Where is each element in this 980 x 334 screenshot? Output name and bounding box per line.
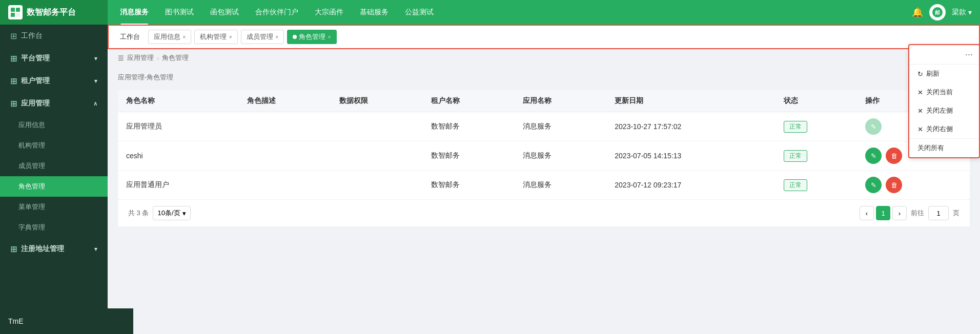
delete-button-row2[interactable]: 🗑 <box>886 177 902 193</box>
tab-label: 应用信息 <box>154 32 180 41</box>
sidebar-item-member-mgmt[interactable]: 成员管理 <box>0 156 108 176</box>
total-text: 共 3 条 <box>128 208 149 218</box>
col-tenant: 租户名称 <box>423 90 515 112</box>
per-page-select[interactable]: 10条/页 ▾ <box>153 206 190 220</box>
cell-status: 正常 <box>775 171 857 200</box>
nav-item-public[interactable]: 公益测试 <box>397 0 442 25</box>
svg-rect-2 <box>11 13 15 17</box>
dropdown-item-label: 关闭左侧 <box>926 106 953 115</box>
sidebar-item-label: 平台管理 <box>21 54 50 63</box>
nav-item-bulk[interactable]: 大宗函件 <box>307 0 352 25</box>
svg-text:邮: 邮 <box>935 10 940 15</box>
page-1-btn[interactable]: 1 <box>876 206 890 220</box>
sidebar-item-app-info[interactable]: 应用信息 <box>0 115 108 135</box>
sidebar-item-platform[interactable]: ⊞ 平台管理 ▾ <box>0 47 108 70</box>
bottom-bar: TmE <box>0 308 133 334</box>
sidebar-item-tenant[interactable]: ⊞ 租户管理 ▾ <box>0 70 108 92</box>
content-area: 工作台 应用信息 × 机构管理 × 成员管理 × 角色管理 × ☰ 应用 <box>108 25 980 334</box>
dropdown-close-right[interactable]: ✕ 关闭右侧 <box>909 120 979 138</box>
tab-workbench[interactable]: 工作台 <box>115 30 145 44</box>
page-subtitle: 应用管理-角色管理 <box>118 73 970 82</box>
nav-item-msg[interactable]: 消息服务 <box>112 0 157 25</box>
top-nav-items: 消息服务 图书测试 函包测试 合作伙伴门户 大宗函件 基础服务 公益测试 <box>108 0 912 25</box>
sidebar-item-label: 注册地址管理 <box>21 244 64 254</box>
cell-tenant: 数智邮务 <box>423 141 515 171</box>
app-mgmt-arrow: ∧ <box>93 100 97 107</box>
dropdown-item-label: 关闭所有 <box>917 143 944 153</box>
cell-data-perm <box>331 171 423 200</box>
dropdown-refresh[interactable]: ↻ 刷新 <box>909 65 979 83</box>
pagination-bar: 共 3 条 10条/页 ▾ ‹ 1 › 前往 页 <box>118 199 970 226</box>
dropdown-item-label: 关闭当前 <box>926 88 953 97</box>
sidebar-item-dict-mgmt[interactable]: 字典管理 <box>0 217 108 238</box>
edit-button-row2[interactable]: ✎ <box>865 177 882 193</box>
sidebar-item-workbench[interactable]: ⊞ 工作台 <box>0 25 108 47</box>
sidebar-item-app-mgmt[interactable]: ⊞ 应用管理 ∧ <box>0 92 108 115</box>
tab-org-mgmt[interactable]: 机构管理 × <box>194 30 237 44</box>
tab-close-role-mgmt[interactable]: × <box>328 34 331 40</box>
cell-app-name: 消息服务 <box>515 112 606 141</box>
nav-right: 🔔 邮 梁款 ▾ <box>912 4 980 20</box>
cell-app-name: 消息服务 <box>515 141 606 171</box>
page-content: 应用管理-角色管理 角色名称 角色描述 数据权限 租户名称 应用名称 更新日期 … <box>108 67 980 334</box>
workbench-icon: ⊞ <box>10 31 17 41</box>
tab-label: 机构管理 <box>200 32 227 41</box>
breadcrumb-item-2[interactable]: 角色管理 <box>162 53 189 62</box>
cell-status: 正常 <box>775 141 857 171</box>
next-page-btn[interactable]: › <box>892 206 907 220</box>
tab-close-app-info[interactable]: × <box>182 34 186 40</box>
dropdown-close-all[interactable]: 关闭所有 <box>909 139 979 157</box>
sidebar-item-org-mgmt[interactable]: 机构管理 <box>0 135 108 156</box>
goto-input[interactable] <box>928 206 949 220</box>
delete-button-row1[interactable]: 🗑 <box>886 148 902 164</box>
nav-item-book[interactable]: 图书测试 <box>157 0 202 25</box>
breadcrumb: ☰ 应用管理 › 角色管理 <box>108 49 980 67</box>
status-badge: 正常 <box>784 150 807 162</box>
svg-rect-1 <box>16 8 20 12</box>
tab-role-mgmt[interactable]: 角色管理 × <box>287 30 336 44</box>
sidebar-item-address[interactable]: ⊞ 注册地址管理 ▾ <box>0 238 108 260</box>
nav-item-parcel[interactable]: 函包测试 <box>202 0 247 25</box>
edit-button-row0[interactable]: ✎ <box>865 118 882 135</box>
status-badge: 正常 <box>784 179 807 191</box>
nav-item-basic[interactable]: 基础服务 <box>352 0 397 25</box>
tab-active-dot <box>293 35 297 39</box>
tenant-arrow: ▾ <box>94 78 97 85</box>
logo-icon <box>8 5 23 19</box>
sidebar-item-menu-mgmt[interactable]: 菜单管理 <box>0 197 108 217</box>
user-dropdown-arrow: ▾ <box>968 8 972 16</box>
col-app-name: 应用名称 <box>515 90 606 112</box>
col-role-name: 角色名称 <box>118 90 239 112</box>
edit-button-row1[interactable]: ✎ <box>865 148 882 164</box>
bell-icon[interactable]: 🔔 <box>912 7 923 18</box>
sidebar-item-label: 字典管理 <box>18 223 45 232</box>
prev-page-btn[interactable]: ‹ <box>860 206 874 220</box>
cell-tenant: 数智邮务 <box>423 171 515 200</box>
goto-label: 前往 <box>911 208 924 218</box>
dropdown-item-label: 刷新 <box>926 69 940 78</box>
sidebar-item-label: 应用信息 <box>18 120 45 130</box>
close-right-icon: ✕ <box>917 126 923 133</box>
user-menu[interactable]: 梁款 ▾ <box>952 8 972 17</box>
sidebar-item-role-mgmt[interactable]: 角色管理 <box>0 176 108 197</box>
tab-close-member-mgmt[interactable]: × <box>275 34 278 40</box>
sidebar-item-label: 应用管理 <box>21 99 50 108</box>
sidebar-item-label: 成员管理 <box>18 161 45 171</box>
tab-label: 工作台 <box>120 32 140 41</box>
sidebar-item-label: 机构管理 <box>18 141 45 150</box>
platform-arrow: ▾ <box>94 55 97 62</box>
nav-item-partner[interactable]: 合作伙伴门户 <box>247 0 307 25</box>
tab-app-info[interactable]: 应用信息 × <box>148 30 191 44</box>
cell-status: 正常 <box>775 112 857 141</box>
dropdown-panel: ··· ↻ 刷新 ✕ 关闭当前 ✕ 关闭左侧 ✕ 关闭右侧 关闭所有 <box>908 44 980 158</box>
cell-data-perm <box>331 141 423 171</box>
dropdown-close-left[interactable]: ✕ 关闭左侧 <box>909 101 979 120</box>
dropdown-close-current[interactable]: ✕ 关闭当前 <box>909 83 979 101</box>
tab-close-org-mgmt[interactable]: × <box>229 34 232 40</box>
col-status: 状态 <box>775 90 857 112</box>
breadcrumb-item-1[interactable]: 应用管理 <box>127 53 154 62</box>
cell-action: ✎ 🗑 <box>857 171 970 200</box>
dropdown-more-btn[interactable]: ··· <box>909 45 979 65</box>
cell-data-perm <box>331 112 423 141</box>
tab-member-mgmt[interactable]: 成员管理 × <box>241 30 284 44</box>
